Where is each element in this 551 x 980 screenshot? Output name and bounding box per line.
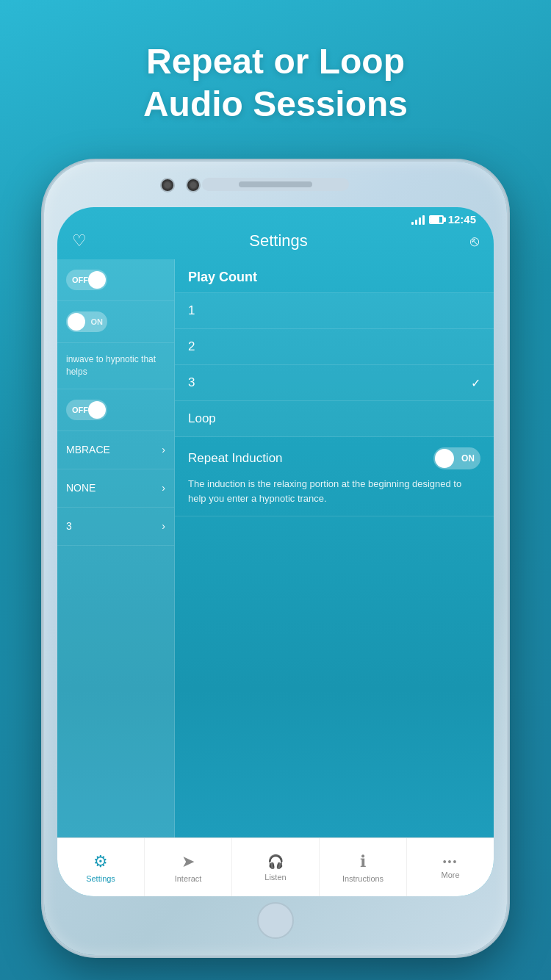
- checkmark-icon: ✓: [471, 376, 480, 390]
- status-bar: 12:45: [57, 207, 494, 228]
- nav-label-listen: Listen: [264, 873, 286, 882]
- nav-item-interact[interactable]: ➤ Interact: [145, 838, 232, 896]
- info-icon: ℹ: [360, 852, 366, 871]
- embrace-row[interactable]: MBRACE ›: [57, 431, 174, 469]
- nav-item-listen[interactable]: 🎧 Listen: [232, 838, 320, 896]
- play-count-item-2[interactable]: 2: [175, 329, 494, 365]
- play-count-item-loop[interactable]: Loop: [175, 401, 494, 437]
- clock: 12:45: [448, 213, 476, 226]
- heart-icon[interactable]: ♡: [72, 231, 87, 251]
- repeat-induction-section: Repeat Induction ON The induction is the…: [175, 437, 494, 516]
- phone-camera-right: [187, 179, 199, 191]
- toggle-row-3[interactable]: OFF: [57, 389, 174, 431]
- play-count-header: Play Count: [175, 259, 494, 293]
- phone-screen: 12:45 ♡ Settings ⎋ OFF: [57, 207, 494, 896]
- chevron-right-icon: ›: [162, 520, 165, 532]
- main-content: OFF ON inwave to hypnotic that helps OF: [57, 259, 494, 853]
- toggle-row-1[interactable]: OFF: [57, 259, 174, 301]
- repeat-induction-toggle[interactable]: ON: [433, 447, 480, 469]
- phone-speaker: [202, 178, 349, 191]
- nav-label-interact: Interact: [175, 874, 202, 883]
- header-title: Settings: [249, 231, 308, 251]
- play-count-item-1[interactable]: 1: [175, 293, 494, 329]
- more-icon: •••: [443, 856, 458, 868]
- phone-frame: 12:45 ♡ Settings ⎋ OFF: [44, 162, 507, 955]
- play-count-item-3[interactable]: 3 ✓: [175, 365, 494, 401]
- bottom-nav: ⚙ Settings ➤ Interact 🎧 Listen ℹ Instruc…: [57, 837, 494, 896]
- app-header: ♡ Settings ⎋: [57, 228, 494, 259]
- toggle-row-2[interactable]: ON: [57, 301, 174, 343]
- right-panel: Play Count 1 2 3 ✓ Loop Repeat I: [175, 259, 494, 853]
- settings-icon: ⚙: [93, 852, 108, 871]
- chevron-right-icon: ›: [162, 444, 165, 455]
- share-icon[interactable]: ⎋: [470, 233, 479, 250]
- repeat-induction-description: The induction is the relaxing portion at…: [188, 477, 480, 505]
- nav-item-instructions[interactable]: ℹ Instructions: [320, 838, 407, 896]
- description-row: inwave to hypnotic that helps: [57, 343, 174, 389]
- nav-item-settings[interactable]: ⚙ Settings: [57, 838, 145, 896]
- nav-label-instructions: Instructions: [342, 874, 383, 883]
- nav-label-settings: Settings: [86, 874, 115, 883]
- left-panel: OFF ON inwave to hypnotic that helps OF: [57, 259, 175, 853]
- nav-label-more: More: [441, 871, 459, 879]
- battery-icon: [429, 215, 444, 224]
- signal-icon: [411, 215, 425, 225]
- phone-home-button[interactable]: [257, 902, 294, 939]
- repeat-induction-label: Repeat Induction: [188, 451, 283, 466]
- interact-icon: ➤: [181, 852, 195, 871]
- headphones-icon: 🎧: [267, 854, 284, 870]
- none-row[interactable]: NONE ›: [57, 469, 174, 508]
- page-title: Repeat or Loop Audio Sessions: [0, 0, 551, 125]
- chevron-right-icon: ›: [162, 482, 165, 494]
- nav-item-more[interactable]: ••• More: [407, 838, 494, 896]
- count-row[interactable]: 3 ›: [57, 508, 174, 546]
- phone-camera-left: [162, 179, 173, 191]
